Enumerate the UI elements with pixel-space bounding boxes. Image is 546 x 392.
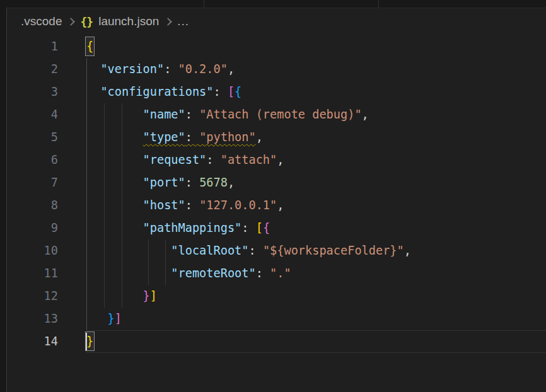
token: { [263,221,270,234]
sidebar-edge [0,8,7,392]
token: , [404,244,411,257]
token: "port" [143,176,185,189]
token [86,62,100,76]
token: , [277,153,284,166]
token [86,153,143,166]
chevron-right-icon [164,18,172,26]
token: , [362,108,369,121]
token: : [248,244,262,257]
token: , [277,199,284,212]
token: , [228,62,235,76]
tab-divider [378,0,379,8]
token: : [164,62,178,76]
token: "host" [143,199,185,212]
code-line-13[interactable]: 13 }] [7,308,546,330]
code-line-8[interactable]: 8 "host": "127.0.0.1", [7,194,546,217]
code-line-content: "remoteRoot": "." [86,262,546,285]
code-line-content: "configurations": [{ [86,81,546,103]
code-line-11[interactable]: 11 "remoteRoot": "." [7,262,546,285]
line-number[interactable]: 5 [7,126,86,149]
line-number[interactable]: 7 [7,171,86,194]
code-line-6[interactable]: 6 "request": "attach", [7,149,546,171]
code-line-7[interactable]: 7 "port": 5678, [7,171,546,194]
token: : [206,153,220,166]
code-line-content: } [86,330,546,353]
code-line-3[interactable]: 3 "configurations": [{ [7,81,546,103]
token: "${workspaceFolder}" [263,244,404,257]
token: , [228,176,235,189]
code-line-content: "type": "python", [86,126,546,149]
line-number[interactable]: 3 [7,81,86,103]
token: "localRoot" [171,244,248,257]
token: "python" [199,130,256,144]
token: "attach" [221,153,277,166]
line-number[interactable]: 6 [7,149,86,171]
code-line-10[interactable]: 10 "localRoot": "${workspaceFolder}", [7,239,546,262]
token: : [256,267,270,280]
line-number[interactable]: 4 [7,103,86,126]
line-number[interactable]: 2 [7,58,86,81]
line-number[interactable]: 9 [7,217,86,239]
token: [ [256,221,263,234]
line-number[interactable]: 13 [7,308,86,330]
token [86,244,171,257]
token: : [185,108,199,121]
token: "0.2.0" [178,62,228,76]
code-line-content: "host": "127.0.0.1", [86,194,546,217]
token: : [185,130,199,144]
token: "name" [143,108,185,121]
breadcrumb-more[interactable]: ... [177,14,189,28]
code-editor[interactable]: 1{2 "version": "0.2.0",3 "configurations… [7,35,546,353]
line-number[interactable]: 8 [7,194,86,217]
code-line-content: "port": 5678, [86,171,546,194]
token [86,108,143,121]
breadcrumb: .vscode {} launch.json ... [7,8,546,35]
token [86,85,100,98]
token: "configurations" [100,85,213,98]
token: { [86,37,94,55]
token: } [108,312,115,325]
token: : [185,199,199,212]
code-line-content: "version": "0.2.0", [86,58,546,81]
token: [ [228,85,235,98]
code-line-9[interactable]: 9 "pathMappings": [{ [7,217,546,239]
code-line-1[interactable]: 1{ [7,35,546,58]
code-line-2[interactable]: 2 "version": "0.2.0", [7,58,546,81]
line-number[interactable]: 12 [7,285,86,308]
code-line-content: "name": "Attach (remote debug)", [86,103,546,126]
token [86,267,171,280]
breadcrumb-file[interactable]: launch.json [98,14,159,28]
token [86,130,143,144]
token: { [235,85,241,98]
token: "127.0.0.1" [199,199,277,212]
line-number[interactable]: 11 [7,262,86,285]
line-number[interactable]: 10 [7,239,86,262]
code-line-content: "localRoot": "${workspaceFolder}", [86,239,546,262]
token: 5678 [199,176,228,189]
token [86,221,143,234]
line-number[interactable]: 1 [7,35,86,58]
code-line-5[interactable]: 5 "type": "python", [7,126,546,149]
code-line-14[interactable]: 14} [7,330,546,353]
token: } [143,289,150,303]
token: "type" [143,130,185,144]
code-line-4[interactable]: 4 "name": "Attach (remote debug)", [7,103,546,126]
code-line-12[interactable]: 12 }] [7,285,546,308]
token: : [241,221,255,234]
code-line-content: }] [86,285,546,308]
token: "version" [100,62,164,76]
token: ] [150,289,157,303]
token: "pathMappings" [143,221,242,234]
token [86,199,143,212]
breadcrumb-folder[interactable]: .vscode [21,14,62,28]
token [86,312,108,325]
token: "." [270,267,291,280]
chevron-right-icon [67,18,76,26]
json-braces-icon: {} [80,15,93,28]
code-line-content: "pathMappings": [{ [86,217,546,239]
line-number[interactable]: 14 [7,330,86,353]
token [86,289,143,303]
token: "remoteRoot" [171,267,255,280]
text-cursor [86,333,87,350]
token: ] [115,312,122,325]
